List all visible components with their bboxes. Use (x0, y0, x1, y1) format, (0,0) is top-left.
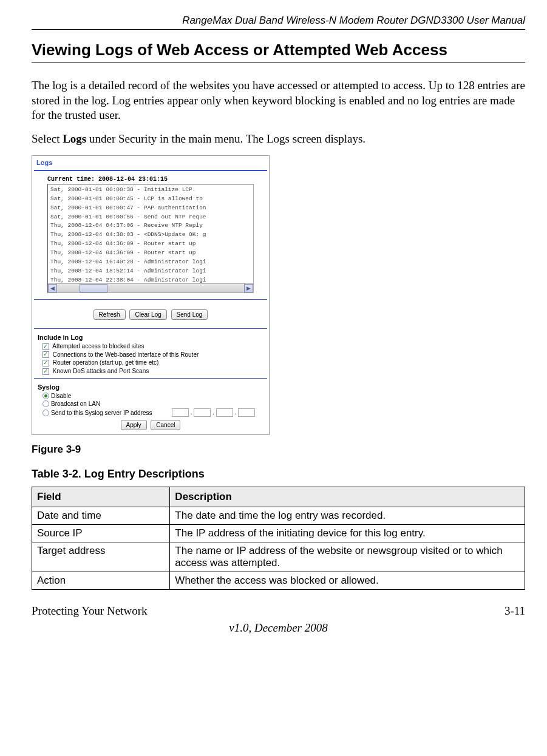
syslog-ip-octet-1[interactable] (172, 408, 189, 417)
logs-divider-3 (34, 378, 267, 379)
include-in-log-heading: Include in Log (34, 332, 267, 342)
syslog-ip-fields: . . . (172, 408, 267, 417)
syslog-ip-octet-3[interactable] (216, 408, 233, 417)
log-lines-9: Thu, 2008-12-04 18:52:14 - Administrator… (48, 266, 253, 275)
apply-cancel-row: Apply Cancel (34, 417, 267, 433)
syslog-ip-octet-2[interactable] (194, 408, 211, 417)
cancel-button[interactable]: Cancel (151, 420, 180, 430)
include-item-1: Connections to the Web-based interface o… (53, 351, 199, 358)
logs-screenshot: Logs Current time: 2008-12-04 23:01:15 S… (32, 155, 270, 435)
footer-version: v1.0, December 2008 (32, 621, 525, 635)
radio-syslog-disable[interactable] (42, 393, 49, 399)
page-footer: Protecting Your Network 3-11 v1.0, Decem… (32, 604, 525, 635)
include-item-row: Router operation (start up, get time etc… (34, 359, 267, 367)
checkbox-web-connections[interactable] (42, 351, 49, 358)
cell-field: Target address (32, 542, 170, 572)
scroll-right-icon[interactable]: ▶ (244, 284, 253, 292)
table-row: Target address The name or IP address of… (32, 542, 525, 572)
syslog-broadcast-label: Broadcast on LAN (51, 400, 100, 407)
include-item-2: Router operation (start up, get time etc… (53, 359, 159, 366)
section-rule (32, 62, 525, 62)
log-lines-3: Sat, 2000-01-01 00:00:56 - Send out NTP … (48, 212, 253, 221)
current-time-label: Current time: 2008-12-04 23:01:15 (34, 176, 267, 184)
table-row: Source IP The IP address of the initiati… (32, 525, 525, 542)
para2-bold: Logs (63, 132, 86, 145)
log-horizontal-scrollbar[interactable]: ◀ ▶ (48, 283, 253, 292)
syslog-option-row: Disable (34, 392, 267, 400)
log-lines-10: Thu, 2008-12-04 22:38:04 - Administrator… (48, 275, 253, 284)
radio-syslog-sendto[interactable] (42, 410, 49, 416)
log-lines-1: Sat, 2000-01-01 00:00:45 - LCP is allowe… (48, 194, 253, 203)
log-buttons-row: Refresh Clear Log Send Log (34, 303, 267, 326)
radio-syslog-broadcast[interactable] (42, 400, 49, 407)
scroll-thumb[interactable] (80, 284, 107, 292)
cell-desc: Whether the access was blocked or allowe… (170, 572, 525, 590)
intro-paragraph-1: The log is a detailed record of the webs… (32, 78, 525, 123)
para2-post: under Security in the main menu. The Log… (86, 132, 365, 145)
intro-paragraph-2: Select Logs under Security in the main m… (32, 132, 525, 147)
table-row: Date and time The date and time the log … (32, 507, 525, 525)
cell-desc: The IP address of the initiating device … (170, 525, 525, 542)
log-lines-6: Thu, 2008-12-04 04:36:09 - Router start … (48, 238, 253, 248)
syslog-option-row: Send to this Syslog server IP address . … (34, 408, 267, 417)
syslog-disable-label: Disable (51, 393, 71, 399)
cell-desc: The date and time the log entry was reco… (170, 507, 525, 525)
include-item-0: Attempted access to blocked sites (52, 343, 144, 349)
cell-field: Source IP (32, 525, 170, 542)
log-lines-4: Thu, 2008-12-04 04:37:06 - Receive NTP R… (48, 220, 253, 229)
logs-divider-2 (34, 328, 267, 329)
log-lines-5: Thu, 2008-12-04 04:38:03 - <DDNS>Update … (48, 229, 253, 238)
clear-log-button[interactable]: Clear Log (129, 309, 166, 320)
logs-divider-1 (34, 299, 267, 300)
log-textarea[interactable]: Sat, 2000-01-01 00:00:38 - Initialize LC… (47, 184, 254, 293)
footer-page-number: 3-11 (505, 604, 525, 618)
para2-pre: Select (32, 132, 63, 145)
figure-caption: Figure 3-9 (32, 444, 525, 456)
checkbox-router-operation[interactable] (42, 360, 49, 366)
table-row: Action Whether the access was blocked or… (32, 572, 525, 590)
log-lines-8: Thu, 2008-12-04 16:40:28 - Administrator… (48, 257, 253, 266)
include-item-row: Attempted access to blocked sites (34, 342, 267, 351)
checkbox-attempted-access[interactable] (42, 343, 49, 350)
table-header-field: Field (32, 487, 170, 507)
syslog-sendto-label: Send to this Syslog server IP address (51, 410, 152, 416)
send-log-button[interactable]: Send Log (171, 309, 208, 320)
apply-button[interactable]: Apply (121, 420, 147, 430)
syslog-ip-octet-4[interactable] (238, 408, 255, 417)
syslog-option-row: Broadcast on LAN (34, 400, 267, 408)
include-item-3: Known DoS attacks and Port Scans (53, 368, 149, 374)
scroll-left-icon[interactable]: ◀ (48, 284, 57, 292)
log-lines-7: Thu, 2008-12-04 04:36:09 - Router start … (48, 248, 253, 257)
include-item-row: Connections to the Web-based interface o… (34, 351, 267, 359)
log-lines-0: Sat, 2000-01-01 00:00:38 - Initialize LC… (48, 184, 253, 194)
table-caption: Table 3-2. Log Entry Descriptions (32, 468, 525, 481)
footer-chapter: Protecting Your Network (32, 604, 148, 618)
cell-desc: The name or IP address of the website or… (170, 542, 525, 572)
cell-field: Date and time (32, 507, 170, 525)
cell-field: Action (32, 572, 170, 590)
table-header-row: Field Description (32, 487, 525, 507)
log-entry-descriptions-table: Field Description Date and time The date… (32, 487, 525, 590)
syslog-heading: Syslog (34, 382, 267, 392)
include-item-row: Known DoS attacks and Port Scans (34, 367, 267, 376)
manual-title: RangeMax Dual Band Wireless-N Modem Rout… (32, 15, 525, 27)
checkbox-dos-attacks[interactable] (42, 368, 49, 375)
section-heading: Viewing Logs of Web Access or Attempted … (32, 41, 525, 59)
refresh-button[interactable]: Refresh (93, 309, 126, 320)
table-header-description: Description (170, 487, 525, 507)
log-lines-2: Sat, 2000-01-01 00:00:47 - PAP authentic… (48, 203, 253, 212)
logs-panel-rule (34, 170, 267, 171)
header-rule (32, 29, 525, 30)
logs-panel-title: Logs (34, 158, 267, 166)
